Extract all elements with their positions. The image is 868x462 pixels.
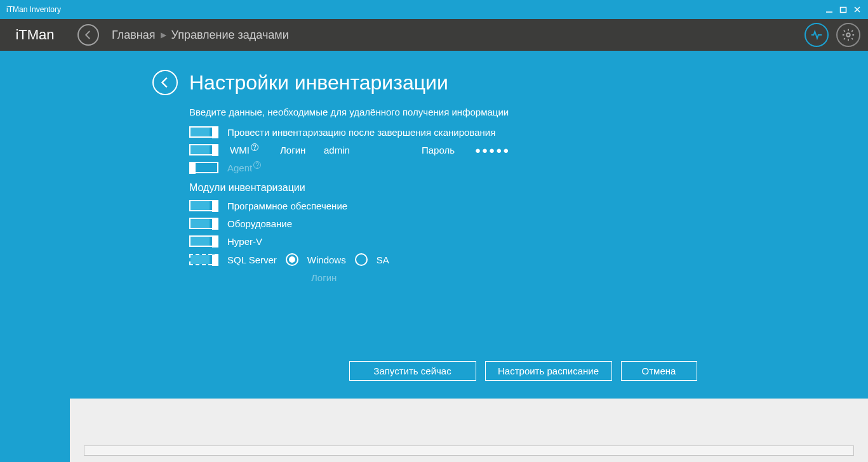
radio-sa-label: SA bbox=[377, 254, 389, 265]
help-icon[interactable]: ? bbox=[251, 143, 258, 151]
sql-login-label: Логин bbox=[311, 272, 337, 283]
toggle-scan-label: Провести инвентаризацию после завершения… bbox=[227, 127, 495, 138]
modules-section-label: Модули инвентаризации bbox=[189, 182, 868, 194]
modal-title: Настройки инвентаризации bbox=[189, 71, 448, 95]
run-now-button[interactable]: Запустить сейчас bbox=[349, 361, 476, 381]
wmi-login-label: Логин bbox=[280, 145, 315, 155]
window-title: iTMan Inventory bbox=[6, 5, 61, 14]
module-hyperv-label: Hyper-V bbox=[227, 236, 262, 247]
toggle-hardware[interactable] bbox=[189, 218, 218, 229]
wmi-password-label: Пароль bbox=[422, 145, 466, 155]
module-hardware-label: Оборудование bbox=[227, 218, 292, 229]
wmi-login-value[interactable]: admin bbox=[324, 145, 413, 155]
app-logo: iTMan bbox=[0, 19, 70, 51]
breadcrumb: Главная ▶ Управление задачами bbox=[112, 29, 289, 42]
close-button[interactable] bbox=[850, 3, 864, 16]
toggle-hyperv[interactable] bbox=[189, 235, 218, 247]
chevron-right-icon: ▶ bbox=[161, 30, 166, 39]
radio-windows-label: Windows bbox=[307, 254, 346, 265]
header-bar: iTMan Главная ▶ Управление задачами bbox=[0, 19, 868, 51]
breadcrumb-home[interactable]: Главная bbox=[112, 29, 156, 42]
toggle-wmi[interactable] bbox=[189, 144, 218, 155]
modal-back-button[interactable] bbox=[152, 70, 178, 95]
settings-icon[interactable] bbox=[836, 23, 860, 47]
header-back-button[interactable] bbox=[77, 24, 99, 46]
titlebar: iTMan Inventory bbox=[0, 0, 868, 19]
module-software-label: Программное обеспечение bbox=[227, 201, 347, 211]
module-sqlserver-label: SQL Server bbox=[227, 254, 277, 265]
schedule-button[interactable]: Настроить расписание bbox=[485, 361, 612, 381]
toggle-software[interactable] bbox=[189, 200, 218, 211]
help-icon[interactable]: ? bbox=[253, 161, 261, 169]
minimize-button[interactable] bbox=[822, 3, 836, 16]
activity-icon[interactable] bbox=[805, 23, 829, 47]
agent-label: Agent? bbox=[227, 162, 261, 173]
wmi-label: WMI? bbox=[230, 145, 271, 155]
content-panel bbox=[84, 446, 854, 456]
breadcrumb-current[interactable]: Управление задачами bbox=[171, 29, 289, 42]
inventory-settings-modal: Настройки инвентаризации Введите данные,… bbox=[0, 51, 868, 399]
cancel-button[interactable]: Отмена bbox=[621, 361, 697, 381]
toggle-scan-after[interactable] bbox=[189, 126, 218, 138]
maximize-button[interactable] bbox=[836, 3, 850, 16]
toggle-sqlserver[interactable] bbox=[189, 254, 218, 265]
radio-sa-auth[interactable] bbox=[355, 253, 368, 266]
modal-subtitle: Введите данные, необходимые для удалённо… bbox=[189, 107, 868, 117]
toggle-agent[interactable] bbox=[189, 162, 218, 173]
svg-rect-1 bbox=[841, 8, 846, 13]
wmi-password-value[interactable]: ●●●●● bbox=[475, 145, 538, 155]
radio-windows-auth[interactable] bbox=[286, 253, 298, 266]
svg-point-4 bbox=[846, 33, 850, 37]
